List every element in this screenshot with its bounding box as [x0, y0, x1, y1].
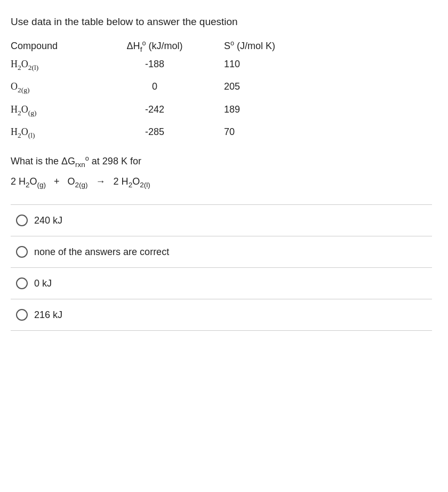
radio-216kj[interactable] — [16, 309, 28, 321]
option-216kj[interactable]: 216 kJ — [11, 299, 432, 331]
header-compound: Compound — [11, 41, 96, 52]
table-row: H2O(l) -285 70 — [11, 126, 432, 140]
enthalpy-h2o2l: -188 — [96, 59, 213, 70]
option-0kj-label: 0 kJ — [34, 278, 52, 289]
compound-h2og: H2O(g) — [11, 104, 96, 117]
table-row: H2O2(l) -188 110 — [11, 59, 432, 72]
entropy-o2g: 205 — [213, 81, 320, 92]
instruction-text: Use data in the table below to answer th… — [11, 16, 432, 28]
entropy-h2o2l: 110 — [213, 59, 320, 70]
option-0kj[interactable]: 0 kJ — [11, 268, 432, 299]
option-none[interactable]: none of the answers are correct — [11, 236, 432, 268]
option-240kj-label: 240 kJ — [34, 215, 62, 226]
entropy-h2ol: 70 — [213, 126, 320, 138]
enthalpy-o2g: 0 — [96, 81, 213, 92]
reaction-text: 2 H2O(g) + O2(g) → 2 H2O2(l) — [11, 176, 150, 189]
entropy-h2og: 189 — [213, 104, 320, 115]
data-table: Compound ΔHfo (kJ/mol) So (J/mol K) H2O2… — [11, 39, 432, 140]
radio-none[interactable] — [16, 246, 28, 258]
reaction-equation: 2 H2O(g) + O2(g) → 2 H2O2(l) — [11, 176, 432, 189]
enthalpy-h2ol: -285 — [96, 126, 213, 138]
table-row: O2(g) 0 205 — [11, 81, 432, 94]
compound-h2ol: H2O(l) — [11, 126, 96, 140]
option-240kj[interactable]: 240 kJ — [11, 204, 432, 236]
option-none-label: none of the answers are correct — [34, 247, 169, 258]
question-text: What is the ΔGrxno at 298 K for — [11, 155, 432, 169]
table-header-row: Compound ΔHfo (kJ/mol) So (J/mol K) — [11, 39, 432, 53]
header-enthalpy: ΔHfo (kJ/mol) — [96, 39, 213, 53]
table-row: H2O(g) -242 189 — [11, 104, 432, 117]
options-section: 240 kJ none of the answers are correct 0… — [11, 204, 432, 331]
radio-0kj[interactable] — [16, 277, 28, 289]
radio-240kj[interactable] — [16, 215, 28, 226]
compound-h2o2l: H2O2(l) — [11, 59, 96, 72]
compound-o2g: O2(g) — [11, 81, 96, 94]
header-entropy: So (J/mol K) — [213, 39, 320, 52]
option-216kj-label: 216 kJ — [34, 310, 62, 321]
page-container: Use data in the table below to answer th… — [11, 16, 432, 331]
question-section: What is the ΔGrxno at 298 K for 2 H2O(g)… — [11, 155, 432, 188]
enthalpy-h2og: -242 — [96, 104, 213, 115]
